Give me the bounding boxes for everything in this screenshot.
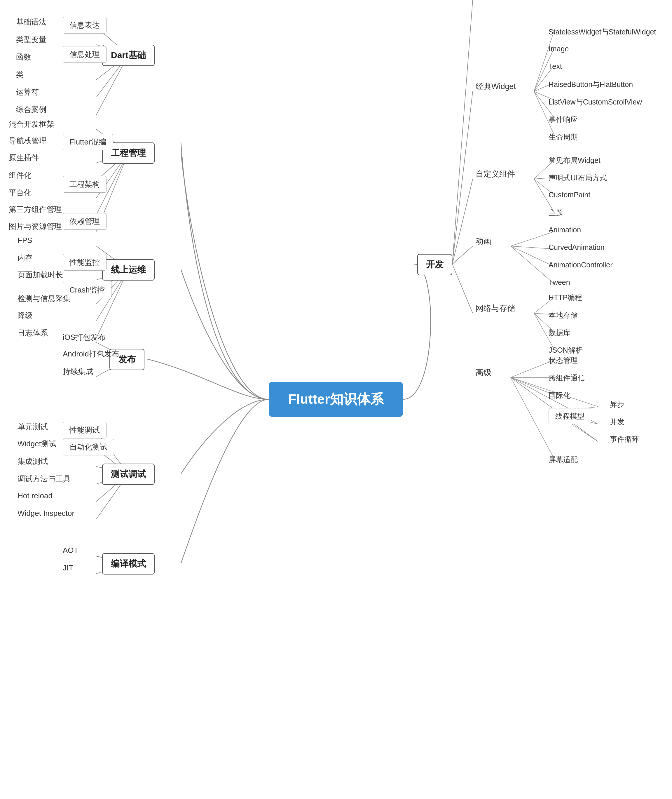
leaf-http: HTTP编程 (549, 293, 582, 303)
leaf-jiance: 检测与信息采集 (18, 293, 70, 304)
leaf-shijianxunhuan: 事件循环 (610, 434, 639, 444)
leaf-jingdian: 经典Widget (476, 81, 516, 92)
leaf-jixu: 持续集成 (63, 367, 93, 376)
leaf-lei: 类 (16, 69, 24, 80)
leaf-listview: ListView与CustomScrollView (549, 97, 642, 107)
leaf-text: Text (549, 62, 562, 70)
leaf-jicheng: 集成测试 (18, 456, 48, 466)
branch-test: 测试调试 (102, 464, 155, 485)
leaf-gaoji: 高级 (476, 367, 491, 378)
svg-line-56 (510, 246, 554, 249)
leaf-xinxi1: 信息表达 (63, 17, 107, 34)
leaf-third: 第三方组件管理 (9, 204, 62, 215)
leaf-donghua: 动画 (476, 236, 491, 247)
leaf-xingneng-jk: 性能监控 (63, 254, 107, 271)
leaf-danyuan: 单元测试 (18, 422, 48, 432)
leaf-tupian: 图片与资源管理 (9, 221, 62, 232)
svg-line-65 (510, 378, 554, 395)
leaf-yunsuan: 运算符 (16, 87, 39, 97)
svg-line-39 (452, 91, 473, 264)
leaf-zidingyi: 自定义组件 (476, 169, 515, 179)
svg-line-41 (452, 246, 473, 264)
leaf-animctrl: AnimationController (549, 261, 613, 269)
leaf-bingfa: 并发 (610, 417, 624, 426)
leaf-yibu: 异步 (610, 399, 624, 409)
leaf-curved: CurvedAnimation (549, 243, 605, 251)
svg-line-57 (510, 246, 554, 267)
svg-line-58 (510, 246, 554, 284)
leaf-tiaoshi: 调试方法与工具 (18, 474, 70, 484)
svg-line-63 (510, 360, 554, 378)
leaf-aot: AOT (63, 546, 78, 555)
branch-compile: 编译模式 (102, 553, 155, 575)
leaf-shengming2: 声明式UI布局方式 (549, 173, 607, 183)
leaf-jiangjie: 降级 (18, 310, 33, 320)
svg-line-55 (510, 232, 554, 246)
leaf-zujianhua: 组件化 (9, 170, 32, 180)
leaf-database: 数据库 (549, 328, 570, 338)
leaf-hanshu: 函数 (16, 52, 31, 62)
leaf-neicun: 内存 (18, 253, 33, 263)
svg-line-42 (452, 264, 473, 313)
leaf-yuansheng: 原生插件 (9, 153, 39, 163)
leaf-zhuangtai: 状态管理 (549, 355, 578, 365)
leaf-hotreload: Hot reload (18, 491, 53, 500)
leaf-image: Image (549, 45, 569, 53)
leaf-daohang: 导航栈管理 (9, 136, 47, 146)
leaf-shengming: 生命周期 (549, 132, 578, 142)
mindmap: Flutter知识体系 Dart基础 工程管理 线上运维 发布 测试调试 编译模… (0, 0, 672, 799)
leaf-zhuti: 主题 (549, 208, 563, 218)
leaf-hunhe: 混合开发框架 (9, 119, 54, 129)
leaf-pingmu: 屏幕适配 (549, 455, 578, 464)
leaf-android: Android打包发布 (63, 349, 119, 359)
branch-online: 线上运维 (102, 259, 155, 280)
leaf-xiancheng: 线程模型 (549, 408, 591, 424)
leaf-guojihua: 国际化 (549, 391, 570, 400)
leaf-stateless: StatelessWidget与StatefulWidget (549, 27, 656, 37)
leaf-yilai: 依赖管理 (63, 213, 107, 230)
leaf-yemian: 页面加载时长 (18, 270, 63, 280)
leaf-ios: iOS打包发布 (63, 332, 106, 343)
center-node: Flutter知识体系 (269, 382, 403, 417)
leaf-local: 本地存储 (549, 310, 578, 320)
leaf-zonghe: 综合案例 (16, 104, 46, 115)
leaf-changjian: 常见布局Widget (549, 155, 600, 165)
leaf-fps: FPS (18, 236, 32, 245)
branch-dart: Dart基础 (102, 45, 155, 66)
leaf-shijian: 事件响应 (549, 115, 578, 124)
leaf-kuazujian: 跨组件通信 (549, 373, 585, 383)
leaf-xingneng-tiao: 性能调试 (63, 422, 107, 439)
leaf-widget-test: Widget测试 (18, 439, 56, 449)
leaf-zidonghuo: 自动化测试 (63, 439, 114, 455)
leaf-rizhi: 日志体系 (18, 328, 48, 338)
leaf-json: JSON解析 (549, 345, 583, 355)
svg-line-43 (452, 0, 473, 264)
leaf-animation: Animation (549, 226, 581, 234)
branch-dev: 开发 (417, 254, 452, 275)
leaf-wangluo: 网络与存储 (476, 303, 515, 314)
leaf-raisedbutton: RaisedButton与FlatButton (549, 80, 633, 89)
leaf-pingtai: 平台化 (9, 188, 32, 198)
leaf-custompaint: CustomPaint (549, 191, 590, 199)
leaf-gongjia: 工程架构 (63, 176, 107, 193)
leaf-widget-inspector: Widget Inspector (18, 509, 74, 518)
leaf-tween: Tween (549, 278, 570, 287)
leaf-jit: JIT (63, 564, 73, 572)
leaf-leixing: 类型变量 (16, 34, 46, 45)
svg-line-69 (510, 378, 554, 459)
svg-line-40 (452, 179, 473, 264)
leaf-jichufa: 基础语法 (16, 17, 46, 27)
leaf-flutterhun: Flutter混编 (63, 134, 113, 151)
leaf-xinxi2: 信息处理 (63, 46, 107, 63)
